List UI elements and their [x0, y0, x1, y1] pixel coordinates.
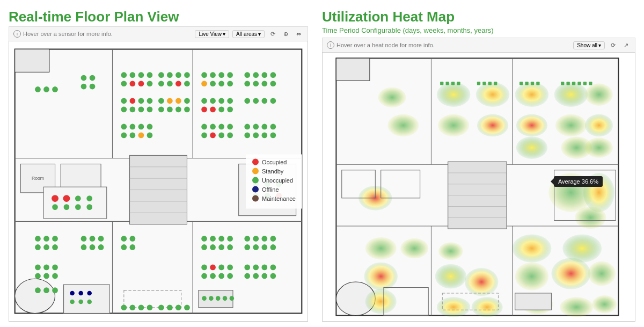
svg-point-179: [270, 273, 276, 279]
svg-point-68: [175, 107, 181, 113]
floor-plan-legend: Occupied Standby Unoccupied Offline Main…: [246, 154, 302, 208]
svg-point-59: [130, 107, 136, 113]
svg-point-221: [438, 114, 469, 137]
svg-point-44: [218, 81, 224, 86]
legend-unoccupied: Unoccupied: [252, 177, 296, 183]
svg-point-26: [121, 81, 127, 86]
all-areas-button[interactable]: All areas ▾: [232, 30, 265, 38]
svg-rect-270: [577, 82, 581, 85]
heat-tooltip: Average 36.6%: [554, 176, 603, 187]
svg-point-56: [138, 98, 144, 104]
svg-point-74: [201, 107, 207, 113]
svg-point-228: [585, 114, 613, 137]
svg-point-158: [261, 236, 267, 242]
svg-point-202: [75, 204, 81, 210]
right-toolbar-right[interactable]: Show all ▾ ⟳ ↗: [573, 40, 631, 50]
svg-point-27: [130, 81, 136, 86]
svg-point-243: [435, 264, 466, 289]
svg-point-170: [218, 273, 224, 279]
right-title: Utilization Heat Map: [322, 9, 635, 25]
svg-point-101: [270, 124, 276, 130]
svg-point-174: [261, 265, 267, 271]
svg-rect-259: [477, 82, 480, 85]
svg-point-96: [218, 133, 224, 139]
svg-point-176: [244, 273, 250, 279]
svg-point-69: [184, 107, 190, 113]
svg-point-201: [86, 195, 92, 201]
svg-point-19: [90, 75, 96, 81]
svg-point-239: [400, 238, 428, 259]
live-view-button[interactable]: Live View ▾: [195, 30, 229, 38]
svg-point-242: [365, 289, 397, 314]
svg-point-16: [43, 86, 49, 92]
svg-point-167: [227, 265, 233, 271]
svg-point-38: [201, 72, 207, 78]
svg-point-64: [175, 98, 181, 104]
svg-point-23: [130, 72, 136, 78]
svg-point-226: [516, 114, 547, 137]
svg-point-136: [98, 244, 104, 250]
svg-point-177: [253, 273, 259, 279]
svg-point-24: [138, 72, 144, 78]
svg-point-20: [81, 84, 87, 90]
svg-point-127: [52, 273, 58, 279]
svg-rect-205: [336, 58, 370, 81]
svg-point-168: [201, 273, 207, 279]
refresh-icon-right[interactable]: ⟳: [608, 40, 618, 50]
svg-point-62: [158, 98, 164, 104]
left-toolbar-left: i Hover over a sensor for more info.: [13, 30, 113, 38]
svg-rect-271: [583, 82, 587, 85]
svg-point-240: [438, 242, 463, 260]
svg-point-100: [261, 124, 267, 130]
svg-point-57: [147, 98, 153, 104]
refresh-icon[interactable]: ⟳: [268, 29, 277, 39]
svg-point-72: [218, 98, 224, 104]
svg-point-122: [35, 265, 41, 271]
svg-point-36: [175, 81, 181, 86]
svg-point-33: [184, 72, 190, 78]
svg-rect-1: [15, 49, 49, 72]
svg-point-138: [130, 236, 136, 242]
svg-point-82: [121, 124, 127, 130]
svg-rect-257: [451, 82, 455, 85]
svg-rect-278: [515, 293, 552, 310]
svg-point-53: [270, 81, 276, 86]
svg-point-76: [218, 107, 224, 113]
svg-point-178: [261, 273, 267, 279]
svg-point-79: [253, 98, 259, 104]
svg-point-161: [253, 244, 259, 250]
expand-icon[interactable]: ⇔: [294, 29, 303, 39]
svg-point-47: [253, 72, 259, 78]
svg-point-2: [15, 279, 55, 313]
export-icon-right[interactable]: ↗: [621, 40, 631, 50]
svg-point-81: [270, 98, 276, 104]
maintenance-label: Maintenance: [262, 195, 296, 201]
svg-point-125: [35, 273, 41, 279]
svg-point-94: [201, 133, 207, 139]
show-all-button[interactable]: Show all ▾: [573, 41, 605, 49]
unoccupied-label: Unoccupied: [262, 177, 293, 183]
svg-point-165: [210, 265, 216, 271]
svg-point-30: [158, 72, 164, 78]
svg-point-160: [244, 244, 250, 250]
svg-point-46: [244, 72, 250, 78]
svg-point-164: [201, 265, 207, 271]
svg-point-54: [121, 98, 127, 104]
svg-point-123: [43, 265, 49, 271]
svg-point-169: [210, 273, 216, 279]
svg-rect-262: [494, 82, 497, 85]
svg-point-84: [138, 124, 144, 130]
left-toolbar-right[interactable]: Live View ▾ All areas ▾ ⟳ ⊕ ⇔: [195, 29, 303, 39]
svg-point-21: [90, 84, 96, 90]
svg-point-89: [147, 133, 153, 139]
svg-point-143: [78, 291, 83, 296]
svg-point-192: [167, 304, 173, 310]
svg-rect-195: [43, 187, 107, 219]
zoom-in-icon[interactable]: ⊕: [281, 29, 290, 39]
svg-point-151: [227, 236, 233, 242]
svg-point-55: [130, 98, 136, 104]
svg-point-229: [516, 136, 547, 159]
svg-point-162: [261, 244, 267, 250]
left-hint: Hover over a sensor for more info.: [23, 31, 113, 37]
svg-point-233: [387, 114, 419, 137]
